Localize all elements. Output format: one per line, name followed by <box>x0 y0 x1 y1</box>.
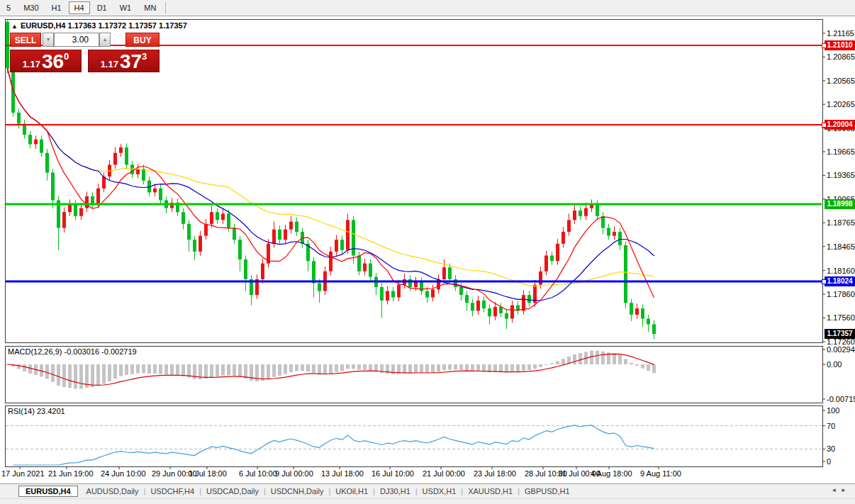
price-axis-label: 1.18160 <box>827 267 855 276</box>
current-bid-badge: 1.17357 <box>825 329 855 339</box>
lot-increase-button[interactable]: ▲ <box>99 33 111 47</box>
mt4-window: 5M30H1H4D1W1MN ▲EURUSD,H4 1.17363 1.1737… <box>0 0 855 504</box>
price-axis-label: 1.20265 <box>827 100 855 109</box>
time-axis-label: 24 Jun 10:00 <box>101 469 146 478</box>
macd-indicator-title: MACD(12,26,9) -0.003016 -0.002719 <box>8 347 137 356</box>
buy-price-sup: 3 <box>142 53 147 60</box>
buy-price-box[interactable]: 1.17 37 3 <box>88 50 160 72</box>
price-axis-label: 1.20865 <box>827 52 855 62</box>
sell-price-big: 36 <box>42 53 64 70</box>
one-click-trading-panel: SELL ▼ ▲ BUY 1.17 36 0 1.17 37 3 <box>10 33 160 72</box>
time-axis-label: 4 Aug 18:00 <box>591 469 632 478</box>
macd-axis-label: -0.00715 <box>827 395 855 404</box>
lot-decrease-button[interactable]: ▼ <box>43 33 54 47</box>
price-axis-label: 1.19365 <box>827 171 855 180</box>
sell-button[interactable]: SELL <box>10 33 41 47</box>
chart-symbol-period: EURUSD,H4 <box>21 21 66 30</box>
time-axis-label: 16 Jul 10:00 <box>371 469 414 478</box>
rsi-axis-label: 30 <box>827 444 855 454</box>
time-axis-label: 9 Aug 11:00 <box>640 469 681 478</box>
price-level-badge-1.18998: 1.18998 <box>825 199 855 209</box>
sell-price-box[interactable]: 1.17 36 0 <box>10 50 82 72</box>
rsi-axis-label: 100 <box>827 406 855 415</box>
time-axis-label: 6 Jul 10:00 <box>239 469 277 478</box>
time-axis-label: 21 Jun 19:00 <box>48 469 94 478</box>
sell-price-sup: 0 <box>64 53 69 60</box>
chart-title: ▲EURUSD,H4 1.17363 1.17372 1.17357 1.173… <box>11 21 187 30</box>
price-level-badge-1.18024: 1.18024 <box>825 276 855 286</box>
buy-price-big: 37 <box>120 53 142 70</box>
time-axis-label: 9 Jul 00:00 <box>275 469 313 478</box>
line-handle[interactable] <box>822 123 827 128</box>
time-axis-label: 17 Jun 2021 <box>1 469 45 478</box>
time-axis-label: 1 Jul 18:00 <box>189 469 227 478</box>
price-axis-label: 1.17860 <box>827 290 855 299</box>
buy-button[interactable]: BUY <box>125 33 160 47</box>
buy-price-prefix: 1.17 <box>101 58 118 70</box>
time-axis-label: 21 Jul 00:00 <box>423 469 465 478</box>
macd-axis-label: 0.002947 <box>827 345 855 354</box>
price-axis-label: 1.18765 <box>827 218 855 228</box>
rsi-axis-label: 0 <box>827 457 855 466</box>
time-axis-label: 13 Jul 18:00 <box>321 469 364 478</box>
collapse-triangle-icon[interactable]: ▲ <box>11 23 18 30</box>
rsi-indicator-title: RSI(14) 23.4201 <box>8 407 65 415</box>
price-axis-label: 1.20565 <box>827 77 855 86</box>
price-axis-label: 1.18465 <box>827 242 855 252</box>
price-axis-label: 1.17560 <box>827 313 855 323</box>
line-handle[interactable] <box>822 279 827 284</box>
price-axis-label: 1.21165 <box>827 29 855 38</box>
rsi-panel-border <box>6 406 823 467</box>
chart-ohlc-values: 1.17363 1.17372 1.17357 1.17357 <box>68 21 187 30</box>
price-level-badge-1.20004: 1.20004 <box>825 120 855 130</box>
time-axis-label: 23 Jul 18:00 <box>474 469 516 478</box>
lot-size-input[interactable] <box>54 33 99 47</box>
sell-price-prefix: 1.17 <box>23 58 40 70</box>
macd-histogram <box>6 351 656 389</box>
line-handle[interactable] <box>822 43 827 48</box>
rsi-axis-label: 70 <box>827 422 855 431</box>
price-level-badge-1.21010: 1.21010 <box>825 40 855 50</box>
macd-axis-label: 0.00 <box>827 360 855 369</box>
price-axis-label: 1.19665 <box>827 147 855 157</box>
rsi-line <box>13 425 654 465</box>
chart-canvas[interactable] <box>0 0 855 504</box>
